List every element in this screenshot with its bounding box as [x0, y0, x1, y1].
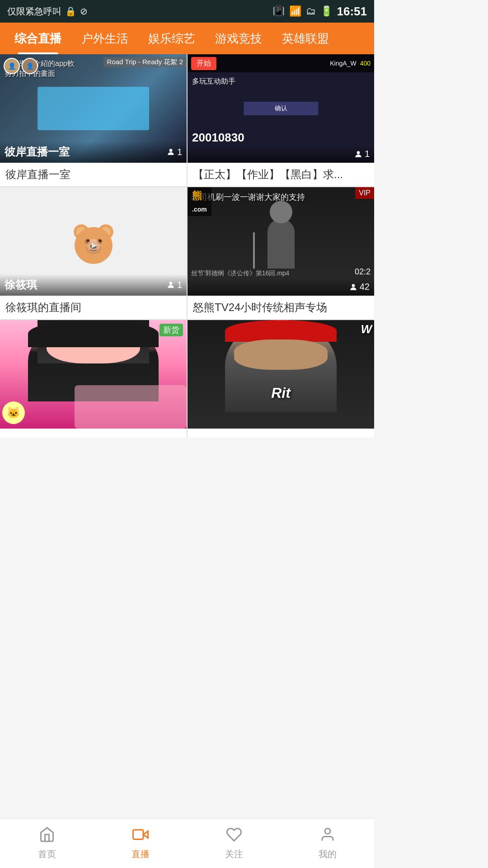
viewer-count-3: 1	[166, 280, 182, 290]
stream-thumb-5: 🐱 新货	[0, 320, 187, 429]
content-area: 我用導演介紹的app軟努力拍下的畫面 👤 👤 Road Trip - Ready…	[0, 54, 374, 487]
emergency-text: 仅限紧急呼叫	[7, 5, 61, 18]
category-bar: 综合直播 户外生活 娱乐综艺 游戏竞技 英雄联盟	[0, 23, 374, 54]
stream-label-1: 彼岸直播一室	[0, 163, 187, 186]
svg-point-15	[169, 282, 173, 285]
cat-yule[interactable]: 娱乐综艺	[138, 23, 205, 54]
sim-icon: 🔒	[65, 6, 76, 17]
viewer-count-4: 42	[349, 282, 370, 292]
home-icon	[39, 826, 55, 845]
heart-icon	[226, 826, 242, 845]
player-name: KingA_W	[330, 60, 356, 67]
stream-card-2[interactable]: 开始 KingA_W 400 多玩互动助手 确认 20010830 1 【正太	[188, 54, 374, 186]
nav-follow[interactable]: 关注	[187, 826, 281, 860]
thumb-overlay-4: 42	[188, 278, 374, 296]
chat-text-4: 老司机刷一波一谢谢大家的支持	[191, 192, 371, 203]
stream-label-2: 【正太】【作业】【黑白】求...	[188, 163, 374, 186]
stream-label-6	[188, 429, 374, 438]
cat-waihu[interactable]: 户外生活	[71, 23, 138, 54]
user-icon	[319, 826, 336, 845]
score: 400	[360, 60, 371, 67]
svg-point-0	[169, 149, 173, 152]
stream-thumb-4: 老司机刷一波一谢谢大家的支持 丝节'郭德纲《济公传》第16回.mp4 02:2 …	[188, 187, 374, 296]
stream-card-6[interactable]: W Rit	[188, 320, 374, 438]
avatar-2: 👤	[22, 58, 38, 74]
nav-mine-label: 我的	[319, 848, 337, 860]
ww-logo: W	[361, 322, 372, 336]
rit-text: Rit	[271, 385, 291, 401]
watermark: VIP	[355, 187, 374, 199]
svg-rect-18	[133, 830, 143, 840]
stream-title-1: 彼岸直播一室	[5, 145, 70, 159]
sim-card-icon: 🗂	[306, 5, 316, 17]
viewer-count-2: 1	[354, 149, 370, 159]
svg-point-16	[352, 284, 355, 287]
stream-thumb-1: 我用導演介紹的app軟努力拍下的畫面 👤 👤 Road Trip - Ready…	[0, 54, 187, 163]
stream2-timestamp: 20010830	[192, 131, 244, 145]
thumb-overlay-3: 徐筱琪 1	[0, 274, 187, 296]
stream-thumb-6: W Rit	[188, 320, 374, 429]
wifi-icon: 📶	[289, 5, 301, 17]
svg-point-10	[99, 240, 101, 242]
status-left: 仅限紧急呼叫 🔒 ⊘	[7, 5, 88, 18]
stream-card-3[interactable]: 徐筱琪 1 徐筱琪的直播间	[0, 187, 187, 319]
nav-mine[interactable]: 我的	[281, 826, 374, 860]
nav-live-label: 直播	[131, 848, 150, 860]
game-ui-bar: 开始 KingA_W 400	[188, 54, 374, 72]
file-text-4: 丝节'郭德纲《济公传》第16回.mp4	[191, 269, 289, 278]
thumb-overlay-1: 彼岸直播一室 1	[0, 141, 187, 163]
stream-card-5[interactable]: 🐱 新货	[0, 320, 187, 438]
stream-label-3: 徐筱琪的直播间	[0, 296, 187, 319]
cat-zonghe[interactable]: 综合直播	[5, 23, 71, 54]
wu-xiong-logo: 熊.com	[188, 187, 211, 216]
battery-icon: 🔋	[320, 5, 333, 17]
avatar-row-1: 👤 👤	[4, 58, 38, 74]
timestamp-4: 02:2	[355, 267, 371, 277]
game-dialog: 确认	[244, 102, 318, 115]
nav-follow-label: 关注	[225, 848, 243, 860]
stream-thumb-3: 徐筱琪 1	[0, 187, 187, 296]
streamer-name-3: 徐筱琪	[5, 278, 37, 292]
clock: 16:51	[337, 5, 367, 19]
avatar-1: 👤	[4, 58, 20, 74]
nav-home[interactable]: 首页	[0, 826, 94, 860]
thumb-overlay-2: 1	[188, 145, 374, 163]
badge-new-5: 新货	[160, 324, 183, 336]
vibrate-icon: 📳	[272, 5, 285, 17]
cat-yingxiong[interactable]: 英雄联盟	[272, 23, 339, 54]
stream-card-4[interactable]: 老司机刷一波一谢谢大家的支持 丝节'郭德纲《济公传》第16回.mp4 02:2 …	[188, 187, 374, 319]
bottom-nav: 首页 直播 关注 我的	[0, 818, 374, 868]
status-bar: 仅限紧急呼叫 🔒 ⊘ 📳 📶 🗂 🔋 16:51	[0, 0, 374, 23]
svg-marker-17	[143, 831, 148, 838]
no-signal-icon: ⊘	[80, 6, 88, 17]
stream-card-1[interactable]: 我用導演介紹的app軟努力拍下的畫面 👤 👤 Road Trip - Ready…	[0, 54, 187, 186]
start-button: 开始	[191, 57, 216, 70]
viewer-count-1: 1	[166, 147, 182, 157]
status-right: 📳 📶 🗂 🔋 16:51	[272, 5, 367, 19]
svg-point-1	[357, 151, 360, 154]
stream-grid: 我用導演介紹的app軟努力拍下的畫面 👤 👤 Road Trip - Ready…	[0, 54, 374, 438]
nav-home-label: 首页	[38, 848, 56, 860]
stream-label-4: 怒熊TV24小时传统相声专场	[188, 296, 374, 319]
nav-live[interactable]: 直播	[94, 826, 187, 860]
video-icon	[132, 826, 149, 845]
cat-youxi[interactable]: 游戏竞技	[205, 23, 272, 54]
game-assistant-label: 多玩互动助手	[192, 77, 235, 86]
stream-thumb-2: 开始 KingA_W 400 多玩互动助手 确认 20010830 1	[188, 54, 374, 163]
road-trip-label: Road Trip - Ready 花絮 2	[103, 57, 187, 67]
svg-point-19	[325, 829, 330, 834]
stream-label-5	[0, 429, 187, 438]
